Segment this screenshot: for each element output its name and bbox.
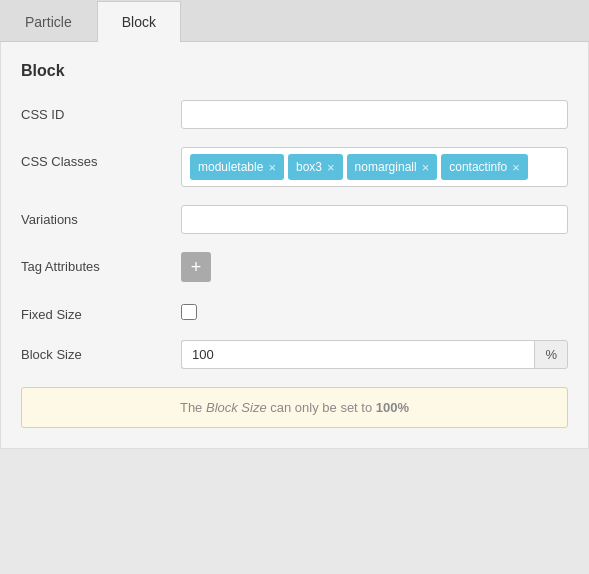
tag-attributes-label: Tag Attributes — [21, 252, 181, 274]
panel-title: Block — [21, 62, 568, 80]
tag-box3: box3 × — [288, 154, 343, 180]
tag-input-area[interactable]: moduletable × box3 × nomarginall × conta… — [181, 147, 568, 187]
add-tag-attribute-button[interactable]: + — [181, 252, 211, 282]
info-italic: Block Size — [206, 400, 267, 415]
tab-block[interactable]: Block — [97, 1, 181, 42]
block-size-label: Block Size — [21, 340, 181, 362]
block-panel: Block CSS ID CSS Classes moduletable × b… — [0, 42, 589, 449]
variations-input[interactable] — [181, 205, 568, 234]
info-banner: The Block Size can only be set to 100% — [21, 387, 568, 428]
css-classes-label: CSS Classes — [21, 147, 181, 169]
tabs-bar: Particle Block — [0, 0, 589, 42]
css-id-input[interactable] — [181, 100, 568, 129]
plus-icon: + — [191, 258, 202, 276]
tag-attributes-row: Tag Attributes + — [21, 252, 568, 282]
tag-moduletable-text: moduletable — [198, 160, 263, 174]
tag-box3-remove[interactable]: × — [327, 161, 335, 174]
fixed-size-row: Fixed Size — [21, 300, 568, 322]
tag-nomarginall-remove[interactable]: × — [422, 161, 430, 174]
block-size-control: % — [181, 340, 568, 369]
variations-label: Variations — [21, 205, 181, 227]
info-bold: 100% — [376, 400, 409, 415]
block-size-row: Block Size % — [21, 340, 568, 369]
variations-control — [181, 205, 568, 234]
fixed-size-checkbox[interactable] — [181, 304, 197, 320]
block-size-input[interactable] — [181, 340, 534, 369]
info-text: The Block Size can only be set to 100% — [180, 400, 409, 415]
css-id-label: CSS ID — [21, 100, 181, 122]
css-id-row: CSS ID — [21, 100, 568, 129]
css-id-control — [181, 100, 568, 129]
tag-nomarginall: nomarginall × — [347, 154, 438, 180]
css-classes-row: CSS Classes moduletable × box3 × nomargi… — [21, 147, 568, 187]
fixed-size-checkbox-wrapper — [181, 300, 568, 320]
fixed-size-control — [181, 300, 568, 320]
tag-attributes-control: + — [181, 252, 568, 282]
variations-row: Variations — [21, 205, 568, 234]
tag-nomarginall-text: nomarginall — [355, 160, 417, 174]
block-size-input-group: % — [181, 340, 568, 369]
tag-moduletable-remove[interactable]: × — [268, 161, 276, 174]
fixed-size-label: Fixed Size — [21, 300, 181, 322]
tab-particle[interactable]: Particle — [0, 1, 97, 42]
tag-contactinfo-text: contactinfo — [449, 160, 507, 174]
tag-contactinfo-remove[interactable]: × — [512, 161, 520, 174]
tag-box3-text: box3 — [296, 160, 322, 174]
block-size-suffix: % — [534, 340, 568, 369]
tag-moduletable: moduletable × — [190, 154, 284, 180]
tag-contactinfo: contactinfo × — [441, 154, 528, 180]
css-classes-control: moduletable × box3 × nomarginall × conta… — [181, 147, 568, 187]
